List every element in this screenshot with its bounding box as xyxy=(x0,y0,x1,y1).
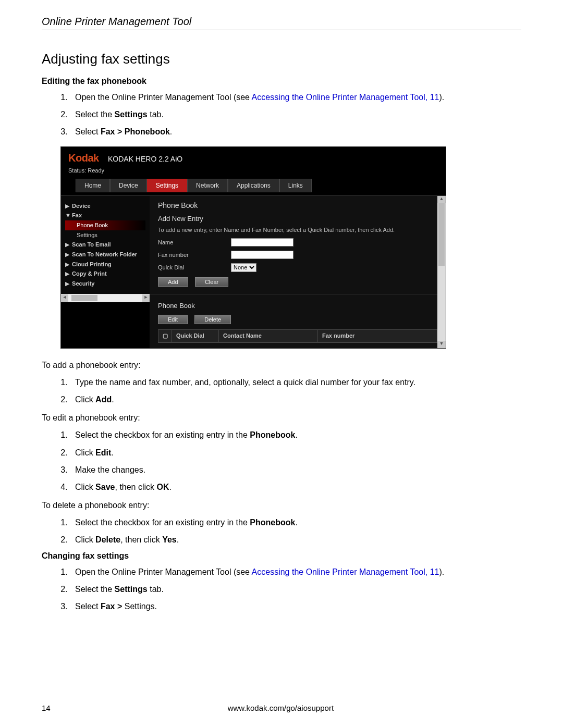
subhead-changing-settings: Changing fax settings xyxy=(42,551,521,561)
phonebook-table: ▢ Quick Dial Contact Name Fax number xyxy=(158,329,437,343)
scroll-right-icon[interactable]: ► xyxy=(142,294,150,302)
edit-button[interactable]: Edit xyxy=(158,315,188,324)
footer-url: www.kodak.com/go/aiosupport xyxy=(228,704,334,712)
add-button[interactable]: Add xyxy=(158,277,188,287)
col-contact: Contact Name xyxy=(219,330,318,342)
col-fax: Fax number xyxy=(318,330,437,342)
sidebar-item-cloud-printing[interactable]: ▶ Cloud Printing xyxy=(65,260,145,269)
steps-delete: Select the checkbox for an existing entr… xyxy=(42,515,521,547)
quickdial-select[interactable]: None xyxy=(231,263,256,272)
para-add: To add a phonebook entry: xyxy=(42,358,521,372)
checkbox-col[interactable]: ▢ xyxy=(158,330,172,342)
scroll-left-icon[interactable]: ◄ xyxy=(61,294,68,302)
sidebar-subitem-phone-book[interactable]: Phone Book xyxy=(65,220,145,230)
step: Click Edit. xyxy=(70,446,521,460)
sidebar-item-copy-&-print[interactable]: ▶ Copy & Print xyxy=(65,269,145,279)
steps-add: Type the name and fax number, and, optio… xyxy=(42,375,521,406)
sidebar-item-device[interactable]: ▶ Device xyxy=(65,201,145,211)
sidebar-subitem-settings[interactable]: Settings xyxy=(65,230,145,240)
step: Select the checkbox for an existing entr… xyxy=(70,515,521,529)
scroll-thumb[interactable] xyxy=(438,203,445,266)
status-label: Status: Ready xyxy=(68,167,438,174)
sidebar-item-security[interactable]: ▶ Security xyxy=(65,279,145,289)
sidebar-item-scan-to-email[interactable]: ▶ Scan To Email xyxy=(65,240,145,250)
clear-button[interactable]: Clear xyxy=(195,277,228,287)
phonebook-heading: Phone Book xyxy=(158,302,437,310)
scroll-down-icon[interactable]: ▼ xyxy=(437,341,446,348)
step: Click Add. xyxy=(70,392,521,406)
faxnumber-input[interactable] xyxy=(231,251,293,259)
subhead-editing-phonebook: Editing the fax phonebook xyxy=(42,77,521,86)
steps-changing-settings: Open the Online Printer Management Tool … xyxy=(42,565,521,614)
tab-settings[interactable]: Settings xyxy=(147,179,187,192)
sidebar-item-fax[interactable]: ▼ Fax xyxy=(65,211,145,220)
scroll-thumb[interactable] xyxy=(71,295,97,301)
name-label: Name xyxy=(158,239,231,245)
step: Open the Online Printer Management Tool … xyxy=(70,565,521,579)
tab-applications[interactable]: Applications xyxy=(228,179,279,192)
add-entry-instruction: To add a new entry, enter Name and Fax N… xyxy=(158,227,437,233)
link-accessing-tool[interactable]: Accessing the Online Printer Management … xyxy=(252,567,439,576)
step: Select the Settings tab. xyxy=(70,582,521,596)
steps-edit: Select the checkbox for an existing entr… xyxy=(42,428,521,494)
step: Select Fax > Settings. xyxy=(70,599,521,613)
steps-editing-phonebook: Open the Online Printer Management Tool … xyxy=(42,90,521,139)
tab-network[interactable]: Network xyxy=(187,179,228,192)
page-footer: 14 www.kodak.com/go/aiosupport xyxy=(42,704,521,712)
faxnumber-label: Fax number xyxy=(158,252,231,258)
tab-home[interactable]: Home xyxy=(76,179,110,192)
step: Select Fax > Phonebook. xyxy=(70,125,521,139)
pane-title: Phone Book xyxy=(158,201,437,209)
col-quickdial: Quick Dial xyxy=(172,330,219,342)
step: Click Save, then click OK. xyxy=(70,480,521,494)
content-pane: Phone Book Add New Entry To add a new en… xyxy=(150,196,446,348)
quickdial-label: Quick Dial xyxy=(158,264,231,270)
page-header: Online Printer Management Tool xyxy=(42,16,521,30)
scroll-up-icon[interactable]: ▲ xyxy=(437,196,446,203)
delete-button[interactable]: Delete xyxy=(194,315,231,324)
content-vscroll[interactable]: ▲ ▼ xyxy=(437,196,446,348)
name-input[interactable] xyxy=(231,238,293,246)
link-accessing-tool[interactable]: Accessing the Online Printer Management … xyxy=(252,93,439,102)
tab-links[interactable]: Links xyxy=(279,179,312,192)
step: Open the Online Printer Management Tool … xyxy=(70,90,521,104)
step: Click Delete, then click Yes. xyxy=(70,533,521,547)
page-number: 14 xyxy=(42,704,51,712)
model-label: KODAK HERO 2.2 AiO xyxy=(108,155,182,163)
step: Make the changes. xyxy=(70,463,521,477)
step: Type the name and fax number, and, optio… xyxy=(70,375,521,389)
section-title: Adjusting fax settings xyxy=(42,51,521,67)
tabs: HomeDeviceSettingsNetworkApplicationsLin… xyxy=(76,179,438,192)
step: Select the Settings tab. xyxy=(70,107,521,121)
add-entry-heading: Add New Entry xyxy=(158,215,437,223)
step: Select the checkbox for an existing entr… xyxy=(70,428,521,442)
tab-device[interactable]: Device xyxy=(110,179,147,192)
brand-logo: Kodak xyxy=(68,152,99,164)
para-edit: To edit a phonebook entry: xyxy=(42,411,521,425)
sidebar-item-scan-to-network-folder[interactable]: ▶ Scan To Network Folder xyxy=(65,250,145,260)
sidebar-hscroll[interactable]: ◄ ► xyxy=(61,294,150,302)
sidebar: ▶ Device▼ FaxPhone BookSettings▶ Scan To… xyxy=(61,196,150,294)
para-delete: To delete a phonebook entry: xyxy=(42,498,521,512)
printer-tool-screenshot: Kodak KODAK HERO 2.2 AiO Status: Ready H… xyxy=(60,146,446,349)
